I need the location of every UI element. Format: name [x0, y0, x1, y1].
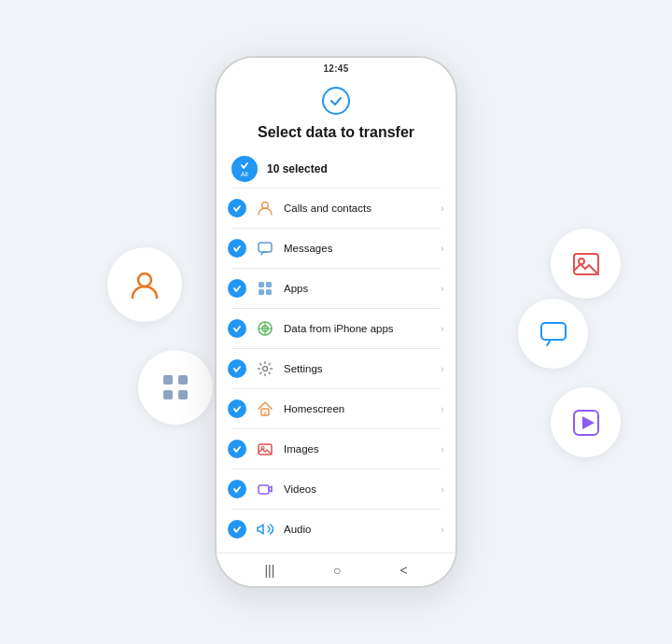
list-item-homescreen[interactable]: Homescreen › [217, 389, 455, 428]
images-chevron: › [441, 443, 444, 455]
homescreen-chevron: › [441, 403, 444, 414]
list-item-videos[interactable]: Videos › [217, 469, 455, 509]
svg-rect-4 [178, 390, 188, 399]
svg-marker-9 [582, 416, 595, 429]
svg-rect-14 [259, 289, 264, 295]
list-item-calls[interactable]: Calls and contacts › [217, 189, 455, 228]
check-settings [228, 359, 246, 378]
apps-label: Apps [284, 283, 441, 294]
images-label: Images [284, 443, 441, 455]
check-audio [228, 520, 246, 539]
apps-chevron: › [441, 283, 444, 294]
homescreen-icon [254, 398, 276, 420]
images-icon [254, 438, 276, 460]
videos-icon [254, 478, 276, 500]
settings-chevron: › [441, 363, 444, 374]
floating-apps-icon [138, 350, 213, 425]
nav-bar: ||| ○ < [217, 553, 455, 586]
settings-label: Settings [284, 363, 441, 374]
selected-bar: All 10 selected [217, 148, 455, 188]
list-item-iphone-apps[interactable]: Data from iPhone apps › [217, 309, 455, 348]
floating-person-icon [107, 247, 182, 322]
selected-count: 10 selected [267, 162, 328, 175]
check-apps [228, 279, 246, 298]
check-videos [228, 480, 246, 498]
all-checked-icon[interactable]: All [231, 156, 258, 182]
iphone-apps-label: Data from iPhone apps [284, 323, 441, 334]
messages-icon [254, 237, 276, 259]
nav-lines[interactable]: ||| [264, 563, 274, 578]
messages-chevron: › [441, 243, 444, 254]
apps-icon [254, 277, 276, 300]
floating-chat-icon [518, 299, 588, 369]
iphone-apps-chevron: › [441, 323, 444, 334]
svg-rect-15 [266, 289, 272, 295]
svg-point-6 [579, 259, 584, 264]
floating-photo-icon [551, 229, 621, 299]
svg-rect-22 [264, 412, 267, 415]
list-item-settings[interactable]: Settings › [217, 349, 455, 388]
transfer-check-icon [322, 87, 350, 115]
time: 12:45 [323, 63, 348, 74]
floating-play-icon [551, 387, 621, 457]
videos-chevron: › [441, 483, 444, 495]
screen-title: Select data to transfer [258, 124, 414, 141]
homescreen-label: Homescreen [284, 403, 441, 414]
list-item-messages[interactable]: Messages › [217, 229, 455, 268]
svg-point-20 [263, 367, 268, 371]
check-iphone-apps [228, 319, 246, 338]
phone-screen: Select data to transfer All 10 selected [217, 74, 455, 586]
list-item-apps[interactable]: Apps › [217, 269, 455, 308]
svg-rect-7 [541, 323, 566, 340]
iphone-apps-icon [254, 317, 276, 340]
list-item-images[interactable]: Images › [217, 429, 455, 469]
check-images [228, 440, 246, 458]
audio-icon [254, 518, 276, 540]
svg-rect-12 [259, 282, 264, 287]
nav-back[interactable]: < [399, 563, 407, 578]
settings-icon [254, 357, 276, 380]
check-homescreen [228, 399, 246, 418]
svg-rect-11 [259, 243, 272, 252]
videos-label: Videos [284, 483, 441, 495]
audio-chevron: › [441, 524, 444, 535]
audio-label: Audio [284, 524, 441, 535]
screen-header: Select data to transfer [217, 74, 455, 148]
status-bar: 12:45 [217, 58, 455, 74]
phone-shell: 12:45 Select data to transfer All 10 sel… [215, 56, 457, 588]
check-calls [228, 199, 246, 217]
svg-rect-25 [259, 485, 269, 494]
calls-chevron: › [441, 203, 444, 214]
svg-point-0 [138, 273, 151, 287]
data-list[interactable]: Calls and contacts › Messages › [217, 189, 455, 553]
svg-rect-2 [178, 375, 188, 385]
calls-icon [254, 197, 276, 219]
svg-rect-1 [163, 375, 173, 385]
messages-label: Messages [284, 243, 441, 254]
list-item-audio[interactable]: Audio › [217, 510, 455, 549]
svg-rect-13 [266, 282, 272, 287]
svg-rect-3 [163, 390, 173, 399]
nav-home[interactable]: ○ [333, 563, 341, 578]
all-label: All [241, 171, 248, 177]
check-messages [228, 239, 246, 258]
calls-label: Calls and contacts [284, 203, 441, 214]
